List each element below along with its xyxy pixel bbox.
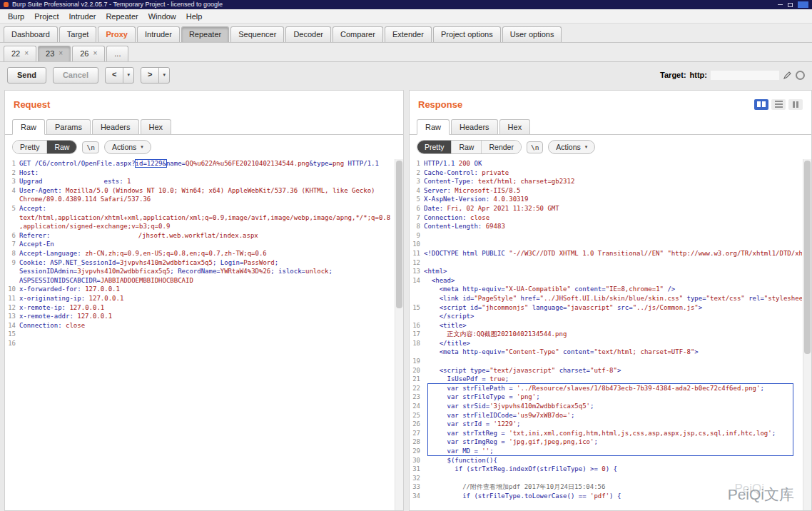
repeater-toolbar: Send Cancel < ▾ > ▾ Target: http: (0, 62, 812, 88)
response-tab-hex[interactable]: Hex (499, 119, 531, 134)
request-tab-raw[interactable]: Raw (12, 119, 45, 135)
code-line: 5Accept: text/html,application/xhtml+xml… (6, 204, 394, 231)
horizontal-layout-icon[interactable] (771, 99, 786, 110)
target-info-icon[interactable] (796, 71, 805, 80)
line-number: 19 (411, 357, 424, 366)
request-tab-headers[interactable]: Headers (92, 119, 139, 134)
code-line: 25 var strFileIDCode='us9w7xWB7do='; (411, 411, 802, 420)
line-number: 5 (411, 195, 424, 204)
close-tab-icon[interactable]: × (24, 50, 29, 57)
title-bar: Burp Suite Professional v2.2.05.7 - Temp… (0, 0, 812, 9)
target-bar: Target: http: (660, 71, 805, 80)
menu-help[interactable]: Help (181, 11, 208, 22)
vertical-layout-icon[interactable] (788, 99, 803, 110)
menu-intruder[interactable]: Intruder (64, 11, 101, 22)
code-line: 30 $(function(){ (411, 456, 802, 465)
repeater-tab-more[interactable]: ... (106, 46, 128, 61)
request-actions-button[interactable]: Actions▾ (104, 140, 151, 154)
code-line: 11<!DOCTYPE html PUBLIC "-//W3C//DTD XHT… (411, 249, 802, 258)
repeater-tab-22[interactable]: 22× (4, 46, 36, 61)
cancel-button[interactable]: Cancel (53, 67, 98, 84)
request-tab-hex[interactable]: Hex (141, 119, 172, 134)
line-number: 34 (411, 492, 424, 501)
request-header: Request (5, 91, 403, 112)
tab-project-options[interactable]: Project options (433, 26, 501, 42)
scrollbar-thumb[interactable] (396, 161, 402, 308)
line-number: 7 (6, 240, 19, 249)
prev-request-label: < (106, 68, 123, 83)
split-view-icon[interactable] (754, 99, 768, 110)
menu-window[interactable]: Window (143, 11, 181, 22)
selection-box: 22 var strFilePath = '../Resource/slaves… (411, 384, 802, 456)
line-number: 16 (411, 321, 424, 330)
response-scrollbar[interactable] (803, 159, 811, 510)
code-line: <link id="PageStyle" href="../JHSoft.UI.… (411, 294, 802, 303)
line-number: 12 (6, 303, 19, 313)
code-line: 14 <head> (411, 276, 802, 285)
menu-repeater[interactable]: Repeater (101, 11, 143, 22)
tab-proxy[interactable]: Proxy (98, 26, 136, 42)
line-number: 12 (411, 258, 424, 268)
line-number: 16 (6, 339, 19, 348)
menu-burp[interactable]: Burp (3, 11, 29, 22)
edit-target-icon[interactable] (783, 71, 792, 80)
repeater-tab-23[interactable]: 23× (38, 46, 71, 61)
line-number: 15 (411, 303, 424, 313)
close-tab-icon[interactable]: × (59, 50, 63, 57)
scrollbar-thumb[interactable] (804, 161, 811, 354)
request-scrollbar[interactable] (395, 159, 403, 510)
tab-dashboard[interactable]: Dashboard (4, 26, 58, 42)
tab-sequencer[interactable]: Sequencer (230, 26, 284, 42)
request-view-pretty[interactable]: Pretty (13, 141, 46, 153)
response-show-newlines-button[interactable]: \n (527, 141, 543, 153)
minimize-button[interactable] (778, 4, 783, 5)
response-view-pretty[interactable]: Pretty (417, 141, 451, 153)
response-view-raw[interactable]: Raw (451, 141, 481, 153)
prev-request-button[interactable]: < ▾ (105, 67, 134, 84)
response-view-bar: PrettyRawRender\nActions▾ (410, 135, 811, 159)
next-request-button[interactable]: > ▾ (141, 67, 170, 84)
tab-repeater[interactable]: Repeater (181, 26, 229, 42)
tab-decoder[interactable]: Decoder (285, 26, 331, 42)
send-button[interactable]: Send (7, 67, 46, 84)
window-title: Burp Suite Professional v2.2.05.7 - Temp… (12, 0, 223, 9)
close-tab-icon[interactable]: × (93, 50, 97, 57)
line-number: 23 (411, 393, 424, 402)
code-line: 18 </title> (411, 339, 802, 348)
request-editor[interactable]: 1GET /C6/control/OpenFile.aspx?id=1229&n… (6, 159, 394, 510)
code-line: 24 var strSid='3jvpvhs410m2wdbbficax5q5'… (411, 402, 802, 411)
response-actions-button[interactable]: Actions▾ (548, 140, 595, 154)
line-number: 1 (411, 159, 424, 168)
request-tab-params[interactable]: Params (46, 119, 91, 134)
code-line: 28 var strImgReg = 'jpg,gif,jpeg,png,ico… (411, 437, 802, 447)
tab-intruder[interactable]: Intruder (137, 26, 180, 42)
repeater-tab-label: 23 (46, 49, 54, 58)
line-number: 1 (6, 159, 19, 168)
line-number: 22 (411, 384, 424, 393)
main-tab-bar: DashboardTargetProxyIntruderRepeaterSequ… (0, 24, 812, 43)
chevron-down-icon: ▾ (585, 144, 588, 150)
line-number: 33 (411, 482, 424, 492)
code-line: 21 IsUsePdf = true; (411, 375, 802, 384)
maximize-button[interactable] (788, 3, 793, 7)
repeater-tab-bar: 22×23×26×... (0, 43, 812, 62)
response-view-render[interactable]: Render (481, 141, 520, 153)
request-view-raw[interactable]: Raw (46, 141, 76, 153)
code-line: 31 if (strTxtReg.indexOf(strFileType) >=… (411, 465, 802, 474)
response-tab-raw[interactable]: Raw (417, 119, 450, 135)
code-line: 5X-AspNet-Version: 4.0.30319 (411, 195, 802, 204)
tab-comparer[interactable]: Comparer (333, 26, 383, 42)
response-editor[interactable]: 1HTTP/1.1 200 OK2Cache-Control: private3… (411, 159, 802, 510)
code-line: 12x-remote-ip: 127.0.0.1 (6, 303, 394, 313)
code-line: 7Connection: close (411, 213, 802, 223)
request-show-newlines-button[interactable]: \n (82, 141, 98, 153)
response-tab-headers[interactable]: Headers (451, 119, 498, 134)
close-button[interactable] (798, 1, 808, 8)
menu-project[interactable]: Project (29, 11, 64, 22)
line-number: 11 (411, 249, 424, 258)
tab-extender[interactable]: Extender (385, 26, 432, 42)
tab-user-options[interactable]: User options (502, 26, 562, 42)
repeater-tab-26[interactable]: 26× (72, 46, 105, 61)
line-number: 11 (6, 294, 19, 303)
tab-target[interactable]: Target (59, 26, 97, 42)
